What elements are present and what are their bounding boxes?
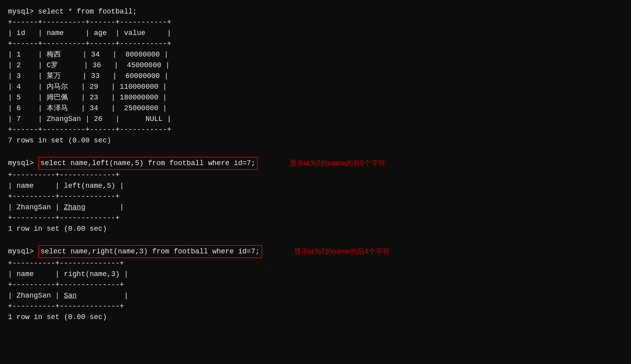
row-4: | 4 | 内马尔 | 29 | 110000000 | [8,82,623,92]
annotation3: 显示id为7的name的后4个字符 [294,246,390,257]
row-2: | 2 | C罗 | 36 | 45000000 | [8,60,623,71]
row-3: | 3 | 莱万 | 33 | 60000000 | [8,71,623,82]
row-5: | 5 | 姆巴佩 | 23 | 180000000 | [8,92,623,103]
row2: | ZhangSan | Zhang | [8,202,623,213]
table-header: | id | name | age | value | [8,28,623,39]
sep1: +------+----------+------+-----------+ [8,17,623,28]
row-6: | 6 | 本泽马 | 34 | 25000000 | [8,103,623,114]
query3-prompt-line: mysql> select name,right(name,3) from fo… [8,245,623,258]
sep2a: +----------+-------------+ [8,170,623,181]
sep2: +------+----------+------+-----------+ [8,39,623,49]
row-count-1: 7 rows in set (0.00 sec) [8,135,623,146]
sep3b: +----------+--------------+ [8,280,623,290]
san-underline: San [64,292,76,300]
sep2b: +----------+-------------+ [8,191,623,202]
query2-section: mysql> select name,left(name,5) from foo… [8,157,623,234]
query2-text: select name,left(name,5) from football w… [41,159,255,167]
query3-highlight: select name,right(name,3) from football … [38,245,262,258]
terminal-window: mysql> select * from football; +------+-… [8,6,623,323]
query3-text: select name,right(name,3) from football … [41,247,260,255]
sep2c: +----------+-------------+ [8,213,623,224]
sep3: +------+----------+------+-----------+ [8,125,623,135]
prompt2: mysql> [8,158,38,169]
header3: | name | right(name,3) | [8,269,623,280]
query3-section: mysql> select name,right(name,3) from fo… [8,245,623,323]
row-count-3: 1 row in set (0.00 sec) [8,312,623,323]
prompt3: mysql> [8,246,38,257]
row3: | ZhangSan | San | [8,290,623,301]
zhang-underline: Zhang [64,203,85,211]
row-1: | 1 | 梅西 | 34 | 80000000 | [8,49,623,60]
row-7: | 7 | ZhangSan | 26 | NULL | [8,114,623,125]
first-query-line: mysql> select * from football; [8,6,623,17]
sep3a: +----------+--------------+ [8,258,623,269]
header2: | name | left(name,5) | [8,181,623,191]
sep3c: +----------+--------------+ [8,301,623,312]
query2-prompt-line: mysql> select name,left(name,5) from foo… [8,157,623,170]
row-count-2: 1 row in set (0.00 sec) [8,224,623,234]
annotation2: 显示id为7的name的前5个字符 [290,158,386,169]
query2-highlight: select name,left(name,5) from football w… [38,157,258,170]
